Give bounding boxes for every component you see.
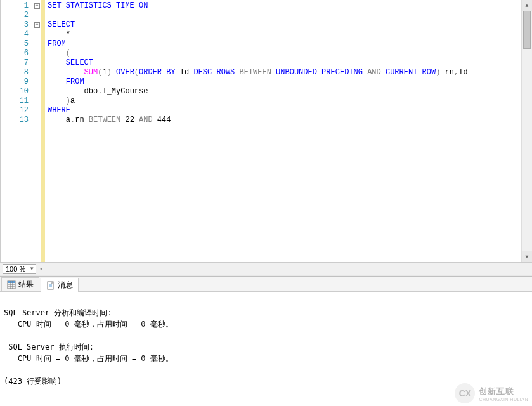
line-number: 12	[1, 106, 29, 115]
fold-toggle-icon[interactable]: −	[34, 22, 40, 28]
code-line[interactable]: FROM	[48, 39, 529, 49]
output-line	[4, 364, 528, 376]
line-number: 4	[1, 30, 29, 39]
output-line	[4, 387, 528, 398]
zoom-bullet-icon: •	[40, 266, 42, 272]
scroll-up-icon[interactable]: ▲	[522, 0, 532, 11]
code-area[interactable]: SET STATISTICS TIME ON SELECT *FROM ( SE…	[45, 0, 532, 262]
line-number: 11	[1, 96, 29, 106]
messages-output[interactable]: SQL Server 分析和编译时间: CPU 时间 = 0 毫秒，占用时间 =…	[0, 292, 532, 400]
tab-results-label: 结果	[18, 279, 34, 290]
code-line[interactable]: )a	[48, 96, 529, 106]
code-line[interactable]: SELECT	[48, 20, 529, 30]
line-number: 9	[1, 77, 29, 87]
line-number: 1	[1, 1, 29, 11]
chevron-down-icon: ▼	[29, 266, 34, 272]
watermark-brand: 创新互联	[479, 386, 528, 397]
output-line: SQL Server 分析和编译时间:	[4, 307, 528, 318]
line-number: 10	[1, 87, 29, 96]
line-number: 13	[1, 115, 29, 125]
code-line[interactable]: SELECT	[48, 58, 529, 68]
code-line[interactable]: SET STATISTICS TIME ON	[48, 1, 529, 11]
fold-column[interactable]: −−	[32, 0, 41, 262]
line-number-gutter: 12345678910111213	[1, 0, 32, 262]
watermark-sub: CHUANGXIN HULIAN	[479, 397, 528, 402]
line-number: 6	[1, 49, 29, 58]
watermark: CX 创新互联 CHUANGXIN HULIAN	[455, 383, 528, 403]
line-number: 5	[1, 39, 29, 49]
line-number: 8	[1, 68, 29, 77]
tab-messages-label: 消息	[58, 280, 73, 291]
zoom-value: 100 %	[6, 265, 25, 273]
code-line[interactable]: WHERE	[48, 106, 529, 115]
output-tabs: 结果 消息	[0, 277, 532, 292]
sql-editor-pane: 12345678910111213 −− SET STATISTICS TIME…	[0, 0, 532, 262]
line-number: 3	[1, 20, 29, 30]
scroll-thumb[interactable]	[523, 11, 531, 49]
zoom-bar: 100 % ▼ •	[0, 262, 532, 275]
fold-toggle-icon[interactable]: −	[34, 3, 40, 9]
watermark-logo-icon: CX	[455, 383, 475, 403]
document-icon	[46, 281, 55, 290]
zoom-dropdown[interactable]: 100 % ▼	[3, 264, 36, 274]
code-line[interactable]	[48, 11, 529, 20]
editor-scrollbar[interactable]: ▲ ▼	[521, 0, 532, 262]
tab-messages[interactable]: 消息	[41, 278, 79, 292]
output-line: SQL Server 执行时间:	[4, 398, 528, 400]
tab-results[interactable]: 结果	[1, 277, 39, 291]
grid-icon	[7, 280, 16, 289]
code-line[interactable]: SUM(1) OVER(ORDER BY Id DESC ROWS BETWEE…	[48, 68, 529, 77]
code-line[interactable]: a.rn BETWEEN 22 AND 444	[48, 115, 529, 125]
output-line: CPU 时间 = 0 毫秒，占用时间 = 0 毫秒。	[4, 318, 528, 330]
code-line[interactable]: (	[48, 49, 529, 58]
output-line: (423 行受影响)	[4, 376, 528, 387]
code-line[interactable]: FROM	[48, 77, 529, 87]
svg-rect-1	[8, 281, 15, 283]
output-line	[4, 330, 528, 341]
code-line[interactable]: *	[48, 30, 529, 39]
output-line: SQL Server 执行时间:	[4, 341, 528, 353]
output-line: CPU 时间 = 0 毫秒，占用时间 = 0 毫秒。	[4, 353, 528, 364]
code-line[interactable]: dbo.T_MyCourse	[48, 87, 529, 96]
line-number: 2	[1, 11, 29, 20]
line-number: 7	[1, 58, 29, 68]
scroll-down-icon[interactable]: ▼	[522, 251, 532, 262]
